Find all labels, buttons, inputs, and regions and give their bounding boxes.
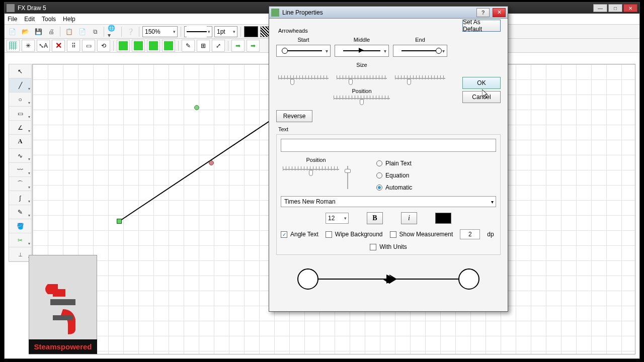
dots-icon[interactable]: ⠿ [67,40,80,52]
group-icon[interactable]: ⊞ [197,40,210,52]
start-label: Start [276,37,331,43]
cancel-button[interactable]: Cancel [462,91,501,103]
text-position-label: Position [281,157,351,163]
watermark-logo: Steamspowered [29,255,97,354]
bold-button[interactable]: B [367,212,383,224]
svg-rect-2 [53,315,73,320]
help-icon[interactable]: ❔ [125,26,136,37]
line-handle-mid[interactable] [209,160,214,165]
angle-tool-icon[interactable]: ∠▾ [9,121,31,135]
pen-tool-icon[interactable]: ✎▾ [9,205,31,219]
isogrid-icon[interactable]: ✳ [22,40,35,52]
line-color-swatch[interactable] [244,26,258,37]
line-properties-dialog: Line Properties ? ✕ Set As Default OK Ca… [269,6,508,312]
dialog-close-button[interactable]: ✕ [493,8,506,17]
open-icon[interactable]: 📂 [20,26,31,37]
app-icon [7,4,15,12]
maximize-button[interactable]: □ [608,4,622,12]
circle-tool-icon[interactable]: ○▾ [9,93,31,107]
minimize-button[interactable]: — [593,4,607,12]
end-label: End [393,37,447,43]
close-button[interactable]: ✕ [623,4,637,12]
menu-help[interactable]: Help [63,16,75,23]
copy-icon[interactable]: 📋 [63,26,74,37]
export1-icon[interactable]: ➡ [231,40,245,52]
font-select[interactable]: Times New Roman [281,196,496,207]
align3-icon[interactable] [147,40,160,52]
text-offset-slider[interactable] [344,165,351,190]
paste-icon[interactable]: 📄 [76,26,88,37]
align1-icon[interactable] [117,40,130,52]
dialog-help-button[interactable]: ? [476,8,490,17]
menu-edit[interactable]: Edit [24,16,35,23]
select-rect-icon[interactable]: ▭ [82,40,95,52]
svg-point-5 [459,269,479,289]
svg-point-4 [298,269,318,289]
middle-size-slider[interactable] [335,74,389,83]
with-units-checkbox[interactable]: With Units [370,243,407,250]
measure-tool-icon[interactable]: ⟂▾ [9,247,31,261]
end-arrowhead-select[interactable] [393,45,447,57]
text-color-swatch[interactable] [435,213,451,224]
delete-icon[interactable]: ✕ [52,40,65,52]
zoom-select[interactable]: 150% [142,26,178,37]
end-size-slider[interactable] [393,74,447,83]
start-arrowhead-select[interactable] [276,45,331,57]
link-icon[interactable]: ⟲ [97,40,110,52]
save-icon[interactable]: 💾 [33,26,44,37]
rect-tool-icon[interactable]: ▭▾ [9,107,31,121]
fill-tool-icon[interactable]: 🪣 [9,219,31,233]
line-text-input[interactable] [281,139,496,152]
print-icon[interactable]: 🖨 [46,26,57,37]
dialog-title: Line Properties [282,9,323,16]
duplicate-icon[interactable]: ⧉ [90,26,101,37]
angle-text-checkbox[interactable]: ✓Angle Text [281,231,318,238]
automatic-radio[interactable]: Automatic [376,184,412,191]
align2-icon[interactable] [132,40,145,52]
line-handle-aux[interactable] [194,105,199,110]
point-size-select[interactable]: 1pt [214,26,237,37]
show-measurement-checkbox[interactable]: Show Measurement [390,231,453,238]
plain-text-radio[interactable]: Plain Text [376,160,412,167]
ok-button[interactable]: OK [462,77,501,89]
menu-tools[interactable]: Tools [42,16,56,23]
menu-file[interactable]: File [8,16,17,23]
text-tool-icon[interactable]: A [9,135,31,149]
tool-palette: ↖ ╱▾ ○▾ ▭▾ ∠▾ A ∿▾ 〰▾ ⌒▾ ∫▾ ✎▾ 🪣 ✂▾ ⟂▾ [9,64,32,262]
middle-position-slider[interactable] [332,94,392,103]
middle-label: Middle [335,37,389,43]
align4-icon[interactable] [162,40,175,52]
dialog-titlebar: Line Properties ? ✕ [269,7,508,19]
set-default-button[interactable]: Set As Default [462,20,501,32]
line-handle-start[interactable] [117,219,122,224]
line-weight-select[interactable] [184,26,212,37]
spline-tool-icon[interactable]: ∫▾ [9,191,31,205]
highlight-icon[interactable]: ✎ [182,40,195,52]
equation-radio[interactable]: Equation [376,172,412,179]
start-size-slider[interactable] [276,74,331,83]
new-icon[interactable]: 📄 [7,26,18,37]
wipe-background-checkbox[interactable]: Wipe Background [326,231,383,238]
snap-icon[interactable]: ⤡A [37,40,50,52]
font-size-select[interactable]: 12 [326,213,349,224]
export2-icon[interactable]: ➡ [247,40,260,52]
text-position-slider[interactable] [281,165,341,174]
polyline-tool-icon[interactable]: ∿▾ [9,149,31,163]
curve-tool-icon[interactable]: 〰▾ [9,163,31,177]
dp-suffix: dp [487,231,494,238]
size-label: Size [276,62,447,68]
pointer-tool-icon[interactable]: ↖ [9,64,31,78]
text-section-label: Text [278,126,501,132]
resize-icon[interactable]: ⤢ [212,40,225,52]
grid-toggle-icon[interactable] [7,40,20,52]
arc-tool-icon[interactable]: ⌒▾ [9,177,31,191]
line-tool-icon[interactable]: ╱▾ [9,78,31,93]
middle-arrowhead-select[interactable] [335,45,389,57]
dp-input[interactable] [460,229,480,239]
italic-button[interactable]: i [401,212,417,224]
dialog-icon [271,9,279,17]
compass-tool-icon[interactable]: ✂▾ [9,233,31,247]
reverse-button[interactable]: Reverse [276,110,312,122]
app-title: FX Draw 5 [18,5,46,12]
globe-icon[interactable]: 🌐▾ [107,26,118,37]
